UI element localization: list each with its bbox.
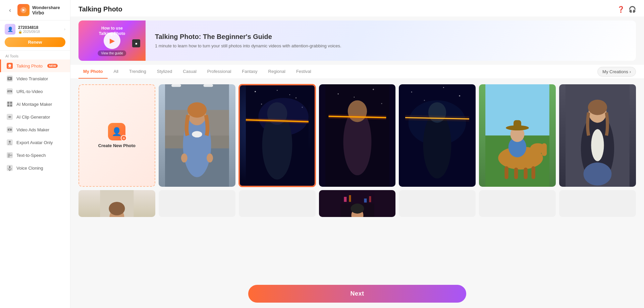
photo-card-3[interactable] bbox=[319, 84, 396, 187]
svg-point-53 bbox=[381, 103, 382, 104]
voice-cloning-label: Voice Cloning bbox=[16, 166, 43, 171]
video-ads-icon bbox=[6, 126, 13, 133]
tab-festival[interactable]: Festival bbox=[291, 65, 316, 79]
photo-card-row2-1[interactable] bbox=[78, 190, 155, 217]
voice-cloning-icon bbox=[6, 165, 13, 171]
photo-card-5[interactable] bbox=[479, 84, 556, 187]
svg-point-88 bbox=[584, 163, 612, 186]
main-content: Talking Photo ❓ 🎧 How to use Talking Pho… bbox=[70, 0, 644, 308]
tab-regional[interactable]: Regional bbox=[264, 65, 290, 79]
svg-line-58 bbox=[328, 116, 386, 118]
svg-point-63 bbox=[424, 100, 425, 101]
svg-rect-19 bbox=[8, 155, 11, 156]
photo-card-row2-2[interactable] bbox=[159, 190, 235, 217]
svg-rect-22 bbox=[9, 166, 10, 169]
svg-point-85 bbox=[591, 129, 604, 161]
url-to-video-label: URL-to-Video bbox=[16, 89, 43, 94]
svg-point-87 bbox=[588, 100, 607, 115]
help-icon[interactable]: ❓ bbox=[617, 6, 625, 13]
photo-card-1[interactable] bbox=[159, 84, 235, 187]
svg-point-38 bbox=[296, 97, 297, 98]
sidebar-item-export-avatar-only[interactable]: Export Avatar Only bbox=[0, 136, 70, 149]
page-title: Talking Photo bbox=[78, 5, 122, 13]
svg-rect-11 bbox=[7, 104, 9, 106]
svg-point-34 bbox=[181, 153, 187, 163]
user-row: 👤 272034818 🔒 2025/09/18 › bbox=[5, 24, 65, 35]
banner-description: 1 minute to learn how to turn your still… bbox=[155, 43, 341, 48]
banner: How to use Talking Photo ▶ ■ View the gu… bbox=[78, 20, 636, 61]
sidebar-item-talking-photo[interactable]: Talking Photo NEW bbox=[0, 59, 70, 72]
tab-professional[interactable]: Professional bbox=[203, 65, 236, 79]
user-chevron-icon: › bbox=[64, 27, 65, 32]
svg-point-99 bbox=[351, 204, 364, 214]
photo-card-row2-7[interactable] bbox=[559, 190, 636, 217]
tab-trending[interactable]: Trending bbox=[124, 65, 151, 79]
svg-text:URL: URL bbox=[8, 91, 11, 93]
svg-line-48 bbox=[246, 120, 309, 122]
text-to-speech-label: Text-to-Speech bbox=[16, 153, 46, 158]
photo-card-row2-4[interactable] bbox=[319, 190, 396, 217]
create-photo-icon: 👤 + bbox=[108, 123, 125, 140]
sidebar-item-ai-clip-generator[interactable]: AI Clip Generator bbox=[0, 111, 70, 123]
create-new-photo-card[interactable]: 👤 + Create New Photo bbox=[78, 84, 155, 187]
tab-all[interactable]: All bbox=[109, 65, 123, 79]
top-icons: ❓ 🎧 bbox=[617, 6, 636, 13]
talking-photo-icon bbox=[6, 62, 13, 69]
svg-point-50 bbox=[337, 93, 338, 94]
sidebar-item-video-translator[interactable]: Video Translator bbox=[0, 72, 70, 85]
photo-card-row2-5[interactable] bbox=[399, 190, 476, 217]
sidebar-header: ‹ Wondershare Virbo bbox=[0, 0, 70, 20]
svg-point-41 bbox=[261, 104, 262, 105]
new-badge: NEW bbox=[47, 64, 58, 68]
export-avatar-label: Export Avatar Only bbox=[16, 140, 53, 145]
sidebar-item-ai-montage-maker[interactable]: AI Montage Maker bbox=[0, 98, 70, 111]
user-info: 272034818 🔒 2025/09/18 bbox=[18, 25, 61, 34]
svg-rect-82 bbox=[514, 120, 521, 129]
photo-grid-row2 bbox=[78, 190, 636, 217]
video-translator-label: Video Translator bbox=[16, 76, 48, 81]
sidebar-item-video-ads-maker[interactable]: Video Ads Maker bbox=[0, 123, 70, 136]
banner-title: Talking Photo: The Beginner's Guide bbox=[155, 33, 341, 41]
video-translator-icon bbox=[6, 75, 13, 82]
text-to-speech-icon bbox=[6, 152, 13, 159]
plus-icon: + bbox=[121, 135, 127, 141]
svg-point-32 bbox=[187, 102, 207, 118]
photo-card-6[interactable] bbox=[559, 84, 636, 187]
tab-stylized[interactable]: Stylized bbox=[152, 65, 177, 79]
svg-rect-18 bbox=[8, 154, 10, 155]
renew-button[interactable]: Renew bbox=[5, 37, 65, 47]
photo-grid-area: 👤 + Create New Photo bbox=[70, 79, 644, 308]
headphone-icon[interactable]: 🎧 bbox=[629, 6, 636, 13]
back-button[interactable]: ‹ bbox=[5, 5, 15, 15]
svg-rect-75 bbox=[505, 166, 508, 179]
ai-montage-label: AI Montage Maker bbox=[16, 102, 52, 107]
my-creations-button[interactable]: My Creations › bbox=[597, 67, 636, 77]
svg-point-35 bbox=[207, 153, 213, 163]
sidebar-item-voice-cloning[interactable]: Voice Cloning bbox=[0, 162, 70, 174]
banner-text: Talking Photo: The Beginner's Guide 1 mi… bbox=[146, 26, 351, 55]
next-button[interactable]: Next bbox=[248, 285, 466, 303]
tabs-bar: My Photo All Trending Stylized Casual Pr… bbox=[70, 65, 644, 79]
tab-casual[interactable]: Casual bbox=[178, 65, 201, 79]
sidebar-nav: Talking Photo NEW Video Translator URL bbox=[0, 59, 70, 308]
tab-fantasy[interactable]: Fantasy bbox=[237, 65, 262, 79]
sidebar-item-text-to-speech[interactable]: Text-to-Speech bbox=[0, 149, 70, 162]
svg-rect-94 bbox=[344, 197, 346, 202]
banner-thumbnail[interactable]: How to use Talking Photo ▶ ■ View the gu… bbox=[78, 20, 146, 61]
svg-point-62 bbox=[443, 87, 444, 88]
photo-grid-row1: 👤 + Create New Photo bbox=[78, 84, 636, 187]
svg-point-16 bbox=[9, 141, 11, 143]
photo-card-row2-6[interactable] bbox=[479, 190, 556, 217]
photo-card-row2-3[interactable] bbox=[239, 190, 316, 217]
svg-point-60 bbox=[411, 91, 412, 92]
svg-point-33 bbox=[192, 131, 202, 137]
tab-my-photo[interactable]: My Photo bbox=[78, 65, 108, 79]
photo-card-2-selected[interactable]: ✓ bbox=[239, 84, 316, 187]
svg-rect-28 bbox=[171, 84, 181, 87]
photo-card-4[interactable] bbox=[399, 84, 476, 187]
svg-rect-12 bbox=[10, 104, 12, 106]
ai-montage-icon bbox=[6, 101, 13, 107]
banner-view-guide[interactable]: View the guide bbox=[98, 50, 126, 56]
svg-rect-10 bbox=[10, 102, 12, 104]
sidebar-item-url-to-video[interactable]: URL URL-to-Video bbox=[0, 85, 70, 98]
